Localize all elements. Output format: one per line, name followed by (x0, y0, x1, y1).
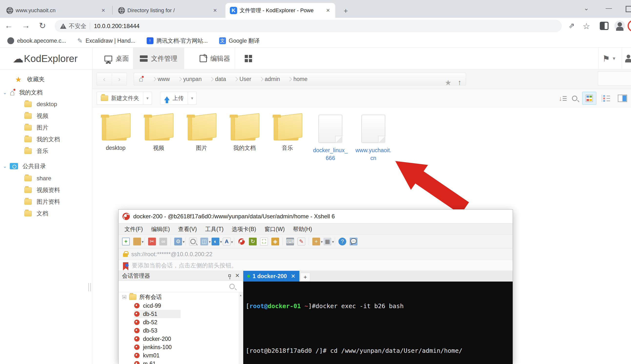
session-item[interactable]: db-52 (134, 318, 243, 326)
reload-icon[interactable]: ↻ (37, 21, 48, 30)
sidebar-folder-item[interactable]: 文档 (0, 208, 92, 219)
sidebar-folder-item[interactable]: 视频资料 (0, 184, 92, 196)
menu-item[interactable]: 编辑(E) (151, 226, 170, 233)
session-item[interactable]: docker-200 (134, 335, 243, 343)
view-list-button[interactable] (599, 92, 613, 105)
new-session-icon[interactable]: + (122, 238, 130, 246)
session-search-input[interactable] (118, 281, 243, 292)
session-item[interactable]: jenkins-100 (134, 343, 243, 351)
browser-tab-1[interactable]: www.yuchaoit.cn × (2, 3, 110, 18)
window-minimize-button[interactable]: — (606, 4, 612, 12)
browser-tab-2[interactable]: Directory listing for / × (114, 3, 222, 18)
zoom-icon[interactable] (572, 96, 577, 101)
tab-close-icon[interactable]: × (100, 6, 106, 14)
font-icon[interactable]: A▼ (223, 238, 230, 246)
view-grid-button[interactable] (582, 92, 596, 105)
upload-button[interactable]: 上传 ▼ (160, 92, 197, 105)
breadcrumb-item[interactable]: data (206, 76, 230, 82)
ssh-address-bar[interactable]: ssh://root:******@10.0.0.200:22 (118, 248, 513, 260)
terminal-tab-docker-200[interactable]: 1 docker-200 ✕ (243, 271, 300, 282)
menu-item[interactable]: 查看(V) (178, 226, 197, 233)
nav-editor[interactable]: 编辑器 (193, 48, 237, 70)
back-icon[interactable]: ← (4, 21, 14, 30)
sidebar-item-favorites[interactable]: ★ 收藏夹 (0, 74, 92, 85)
session-item[interactable]: kvm01 (134, 351, 243, 360)
breadcrumb-home-icon[interactable]: ⌂ (134, 75, 148, 83)
url-omnibox[interactable]: 不安全 10.0.0.200:18444 (55, 20, 562, 32)
menu-item[interactable]: 窗口(W) (264, 226, 285, 233)
highlight-pen-icon[interactable]: ✎ (298, 238, 305, 246)
sidebar-item-my-docs[interactable]: ⌄ ⌂ 我的文档 (0, 86, 92, 98)
layout-icon[interactable]: ◫▼ (200, 238, 208, 246)
search-box[interactable] (598, 72, 631, 86)
xagent-icon[interactable]: ↻ (249, 238, 257, 246)
properties-icon[interactable]: ⚙▼ (174, 238, 182, 246)
favorite-star-icon[interactable]: ★ (445, 78, 452, 87)
nav-desktop[interactable]: 桌面 (98, 48, 136, 70)
file-item-folder[interactable]: 图片 (180, 115, 223, 152)
session-item[interactable]: m-61 (134, 360, 243, 364)
pin-icon[interactable] (228, 274, 231, 277)
bookmark-ebook[interactable]: ebook.apecome.c... (7, 37, 66, 44)
chevron-down-icon[interactable]: ⌄ (0, 90, 10, 96)
window-maximize-button[interactable] (626, 6, 631, 12)
nav-apps-grid[interactable] (238, 48, 259, 70)
share-icon[interactable]: ⇗ (568, 21, 575, 30)
session-item[interactable]: db-51 (134, 310, 180, 318)
sort-icon[interactable] (559, 95, 567, 102)
file-item-folder[interactable]: desktop (94, 115, 137, 152)
sidebar-folder-item[interactable]: 我的文档 (0, 134, 92, 145)
breadcrumb-item[interactable]: User (230, 76, 255, 82)
disconnect-icon[interactable]: ✂ (148, 238, 156, 246)
new-tab-button[interactable]: + (341, 6, 350, 16)
open-session-icon[interactable]: ▼ (133, 238, 141, 246)
fullscreen-icon[interactable]: ⛶ (260, 238, 268, 246)
bookmark-tencent-docs[interactable]: ↑ 腾讯文档-官方网站... (147, 37, 208, 45)
menu-item[interactable]: 帮助(H) (293, 226, 312, 233)
menu-item[interactable]: 文件(F) (124, 226, 143, 233)
bookmark-star-icon[interactable]: ☆ (583, 21, 590, 31)
xshell-icon[interactable] (238, 238, 246, 246)
tab-close-icon[interactable]: × (325, 6, 331, 14)
file-item-file[interactable]: www.yuchaoit. cn (352, 115, 395, 162)
keyboard-icon[interactable]: ⌨ (286, 238, 294, 246)
flag-icon[interactable] (123, 262, 128, 268)
find-icon[interactable] (189, 238, 197, 246)
file-item-folder[interactable]: 视频 (137, 115, 180, 152)
sidebar-folder-item[interactable]: 图片资料 (0, 196, 92, 208)
tree-scrollbar[interactable] (239, 292, 243, 364)
side-panel-icon[interactable] (600, 22, 608, 30)
file-item-file[interactable]: docker_linux_ 666 (309, 115, 352, 162)
file-item-folder[interactable]: 我的文档 (223, 115, 266, 152)
sidebar-folder-item[interactable]: desktop (0, 98, 92, 110)
browser-tab-active[interactable]: K 文件管理 - KodExplorer - Powe × (226, 3, 335, 18)
profile-badge[interactable] (628, 20, 631, 32)
close-icon[interactable]: ✕ (235, 272, 240, 279)
panes-icon[interactable]: ▦▼ (324, 238, 331, 246)
help-icon[interactable]: ? (338, 238, 346, 246)
globe-icon[interactable]: ◐▼ (212, 238, 219, 246)
reconnect-icon[interactable]: ∞ (159, 238, 167, 246)
sidebar-folder-item[interactable]: share (0, 172, 92, 184)
breadcrumb-item[interactable]: yunpan (174, 76, 206, 82)
history-forward-button[interactable]: › (112, 73, 127, 85)
tab-search-chevron-icon[interactable]: ⌄ (584, 4, 589, 12)
user-menu[interactable] (622, 48, 631, 70)
breadcrumb-item[interactable]: www (148, 76, 174, 82)
menu-item[interactable]: 工具(T) (205, 226, 224, 233)
session-item[interactable]: db-53 (134, 326, 243, 335)
new-terminal-tab-button[interactable]: + (300, 273, 310, 282)
menu-item[interactable]: 选项卡(B) (232, 226, 256, 233)
session-root[interactable]: 所有会话 (118, 292, 243, 302)
sidebar-folder-item[interactable]: 图片 (0, 122, 92, 134)
sidebar-folder-item[interactable]: 音乐 (0, 145, 92, 157)
bookmark-google-translate[interactable]: 文 Google 翻译 (219, 37, 260, 45)
new-folder-button[interactable]: 新建文件夹 ▼ (97, 92, 152, 105)
collapse-icon[interactable] (122, 295, 126, 299)
breadcrumb-item[interactable]: admin (255, 76, 284, 82)
tab-close-icon[interactable]: × (212, 6, 218, 14)
forward-icon[interactable]: → (20, 21, 31, 30)
chevron-down-icon[interactable]: ⌄ (0, 163, 10, 169)
new-folder-dropdown[interactable]: ▼ (143, 92, 152, 104)
breadcrumb-item[interactable]: home (284, 76, 311, 82)
